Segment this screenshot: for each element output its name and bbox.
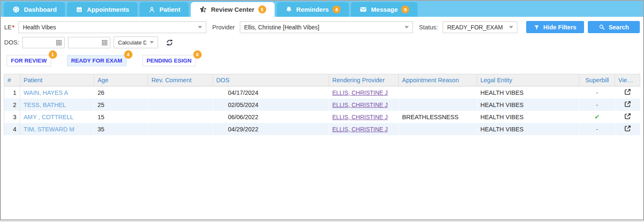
tab-label: Patient xyxy=(159,6,180,13)
open-note-icon[interactable] xyxy=(624,113,631,120)
tab-message[interactable]: Message 9 xyxy=(351,2,418,17)
tab-label: Review Center xyxy=(211,6,254,13)
status-quick-filters: FOR REVIEW 1 READY FOR EXAM 4 PENDING ES… xyxy=(4,48,640,66)
tab-count-badge: 5 xyxy=(258,5,266,13)
superbill-cell: - xyxy=(579,86,615,99)
column-header-view-notes[interactable]: View N... xyxy=(615,74,640,86)
row-number: 1 xyxy=(4,86,20,99)
pending-esign-count-badge: 0 xyxy=(193,50,202,59)
bell-icon xyxy=(285,6,293,13)
tab-label: Appointments xyxy=(87,6,129,13)
refresh-icon[interactable] xyxy=(166,39,174,47)
tab-dashboard[interactable]: Dashboard xyxy=(4,2,65,17)
tab-appointments[interactable]: Appointments xyxy=(67,2,138,17)
ready-for-exam-label: READY FOR EXAM xyxy=(71,57,122,64)
filter-funnel-icon xyxy=(534,24,540,30)
search-icon xyxy=(599,24,605,30)
table-row: 3 AMY , COTTRELL 15 06/06/2022 ELLIS, CH… xyxy=(4,111,640,123)
search-button[interactable]: Search xyxy=(588,21,640,33)
rendering-provider-link[interactable]: ELLIS, CHRISTINE J xyxy=(332,126,388,133)
ready-for-exam-count-badge: 4 xyxy=(124,50,132,59)
tab-patient[interactable]: Patient xyxy=(140,2,189,17)
row-number: 2 xyxy=(4,99,20,111)
person-icon xyxy=(148,6,156,13)
open-note-icon[interactable] xyxy=(624,89,631,95)
calendar-icon xyxy=(75,6,83,13)
column-header-rendering-provider[interactable]: Rendering Provider xyxy=(329,74,399,86)
status-select-value: READY_FOR_EXAM xyxy=(447,24,505,31)
column-header-rev-comment[interactable]: Rev. Comment xyxy=(148,74,213,86)
patient-link[interactable]: AMY , COTTRELL xyxy=(23,114,73,120)
chevron-down-icon xyxy=(405,26,409,29)
for-review-count-badge: 1 xyxy=(49,50,57,59)
filter-row-primary: LE* Health Vibes Provider Ellis, Christi… xyxy=(4,21,640,33)
dos-label: DOS: xyxy=(4,39,19,46)
filter-row-dos: DOS: Calculate Date A: xyxy=(4,37,640,48)
column-header-age[interactable]: Age xyxy=(94,74,148,86)
dos-from-input[interactable] xyxy=(22,37,65,48)
hide-filters-label: Hide Filters xyxy=(543,24,576,31)
provider-select-value: Ellis, Christine [Health Vibes] xyxy=(244,24,401,31)
tab-bar: Dashboard Appointments Patient Review Ce… xyxy=(1,1,643,17)
tab-count-badge: 4 xyxy=(332,5,340,13)
calculate-date-select[interactable]: Calculate Date A: xyxy=(114,37,158,48)
age-cell: 35 xyxy=(94,123,148,135)
tab-reminders[interactable]: Reminders 4 xyxy=(277,2,349,17)
open-note-icon[interactable] xyxy=(624,101,631,107)
tab-count-badge: 9 xyxy=(401,5,409,13)
column-header-superbill[interactable]: Superbill xyxy=(579,74,615,86)
search-label: Search xyxy=(609,24,629,31)
legal-entity-cell: HEALTH VIBES xyxy=(477,111,579,123)
provider-select[interactable]: Ellis, Christine [Health Vibes] xyxy=(240,21,413,33)
for-review-label: FOR REVIEW xyxy=(11,57,47,64)
legal-entity-cell: HEALTH VIBES xyxy=(477,123,579,135)
column-header-appointment-reason[interactable]: Appointment Reason xyxy=(399,74,477,86)
required-asterisk: * xyxy=(12,24,15,31)
column-header-legal-entity[interactable]: Legal Entity xyxy=(477,74,579,86)
pending-esign-label: PENDING ESIGN xyxy=(147,57,192,64)
calculate-date-value: Calculate Date A: xyxy=(118,39,146,46)
appointment-reason-cell: BREATHLESSNESS xyxy=(399,111,477,123)
row-number: 4 xyxy=(4,123,20,135)
superbill-cell: - xyxy=(579,123,615,135)
filters-panel: LE* Health Vibes Provider Ellis, Christi… xyxy=(1,17,643,66)
table-row: 4 TIM, STEWARD M 35 04/29/2022 ELLIS, CH… xyxy=(4,123,640,135)
age-cell: 15 xyxy=(94,111,148,123)
dos-cell: 02/05/2024 xyxy=(213,99,329,111)
legal-entity-cell: HEALTH VIBES xyxy=(477,86,579,99)
provider-label: Provider xyxy=(212,24,235,31)
table-header-row: # Patient Age Rev. Comment DOS Rendering… xyxy=(4,74,640,86)
column-header-patient[interactable]: Patient xyxy=(20,74,94,86)
star-icon xyxy=(199,5,207,13)
hide-filters-button[interactable]: Hide Filters xyxy=(526,21,584,33)
appointment-reason-cell xyxy=(399,86,477,99)
app-window: Dashboard Appointments Patient Review Ce… xyxy=(0,0,644,220)
tab-review-center[interactable]: Review Center 5 xyxy=(191,2,274,17)
status-label: Status: xyxy=(419,24,438,31)
dos-to-input[interactable] xyxy=(68,37,110,48)
rendering-provider-link[interactable]: ELLIS, CHRISTINE J xyxy=(332,114,388,120)
rendering-provider-link[interactable]: ELLIS, CHRISTINE J xyxy=(332,89,388,96)
patient-link[interactable]: TIM, STEWARD M xyxy=(23,126,74,133)
open-note-icon[interactable] xyxy=(624,125,631,132)
column-header-number[interactable]: # xyxy=(4,74,20,86)
rev-comment-cell xyxy=(148,99,213,111)
legal-entity-cell: HEALTH VIBES xyxy=(477,99,579,111)
for-review-button[interactable]: FOR REVIEW 1 xyxy=(7,55,51,66)
tab-label: Reminders xyxy=(296,6,329,13)
tab-label: Dashboard xyxy=(24,6,57,13)
appointment-reason-cell xyxy=(399,99,477,111)
age-cell: 25 xyxy=(94,99,148,111)
rendering-provider-link[interactable]: ELLIS, CHRISTINE J xyxy=(332,102,388,108)
calendar-grid-icon xyxy=(101,39,108,46)
patient-link[interactable]: TESS, BATHEL xyxy=(23,102,66,108)
envelope-icon xyxy=(359,5,367,13)
le-select[interactable]: Health Vibes xyxy=(18,21,206,33)
column-header-dos[interactable]: DOS xyxy=(213,74,329,86)
pending-esign-button[interactable]: PENDING ESIGN 0 xyxy=(143,55,196,66)
status-select[interactable]: READY_FOR_EXAM xyxy=(443,21,517,33)
patient-link[interactable]: WAIN, HAYES A xyxy=(23,89,68,96)
rev-comment-cell xyxy=(148,111,213,123)
ready-for-exam-button[interactable]: READY FOR EXAM 4 xyxy=(67,55,127,66)
rev-comment-cell xyxy=(148,86,213,99)
